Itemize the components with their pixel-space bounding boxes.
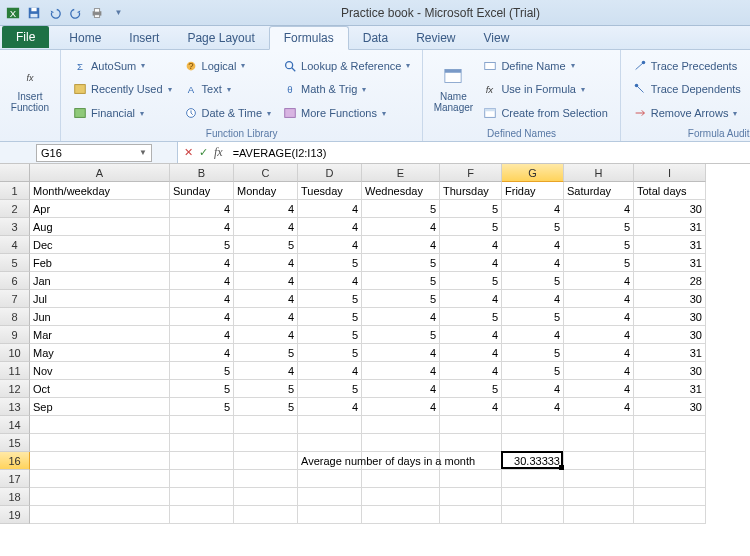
cell[interactable] xyxy=(440,488,502,506)
cell[interactable]: 30 xyxy=(634,290,706,308)
define-name-button[interactable]: Define Name▾ xyxy=(479,55,611,77)
cell[interactable]: 5 xyxy=(564,254,634,272)
cell[interactable]: Nov xyxy=(30,362,170,380)
cell[interactable]: Oct xyxy=(30,380,170,398)
column-header[interactable]: E xyxy=(362,164,440,182)
cell[interactable]: 4 xyxy=(298,218,362,236)
cell[interactable] xyxy=(234,434,298,452)
cell[interactable]: 5 xyxy=(170,236,234,254)
cell[interactable]: Jul xyxy=(30,290,170,308)
cell[interactable] xyxy=(170,470,234,488)
save-icon[interactable] xyxy=(25,4,43,22)
tab-file[interactable]: File xyxy=(2,26,49,48)
cell[interactable]: 30 xyxy=(634,398,706,416)
cell[interactable] xyxy=(564,452,634,470)
tab-view[interactable]: View xyxy=(470,27,524,49)
cell[interactable]: 5 xyxy=(502,218,564,236)
cell[interactable]: 4 xyxy=(298,236,362,254)
cell[interactable]: 5 xyxy=(362,290,440,308)
cell[interactable]: 5 xyxy=(362,272,440,290)
cell[interactable]: 4 xyxy=(234,254,298,272)
formula-input[interactable]: =AVERAGE(I2:I13) xyxy=(229,147,750,159)
row-header[interactable]: 14 xyxy=(0,416,30,434)
cell[interactable]: 5 xyxy=(502,344,564,362)
cell[interactable]: 4 xyxy=(502,398,564,416)
cell[interactable]: 31 xyxy=(634,218,706,236)
insert-function-button[interactable]: fx Insert Function xyxy=(6,52,54,124)
row-header[interactable]: 12 xyxy=(0,380,30,398)
cell[interactable] xyxy=(298,416,362,434)
cell[interactable]: 5 xyxy=(362,254,440,272)
cell[interactable] xyxy=(170,434,234,452)
cell[interactable]: 4 xyxy=(362,344,440,362)
cell[interactable] xyxy=(298,434,362,452)
cell[interactable] xyxy=(564,434,634,452)
cell[interactable]: 30 xyxy=(634,200,706,218)
cell[interactable] xyxy=(502,416,564,434)
print-icon[interactable] xyxy=(88,4,106,22)
cell[interactable] xyxy=(634,434,706,452)
cell[interactable]: 4 xyxy=(502,380,564,398)
name-box[interactable]: G16 ▼ xyxy=(36,144,152,162)
remove-arrows-button[interactable]: Remove Arrows▾ xyxy=(629,102,745,124)
cell[interactable]: 5 xyxy=(234,380,298,398)
tab-home[interactable]: Home xyxy=(55,27,115,49)
cell[interactable]: Mar xyxy=(30,326,170,344)
cell[interactable]: Apr xyxy=(30,200,170,218)
cell[interactable] xyxy=(564,488,634,506)
cell[interactable]: 4 xyxy=(440,236,502,254)
cell[interactable] xyxy=(502,470,564,488)
cell[interactable] xyxy=(634,470,706,488)
qat-customize-icon[interactable]: ▼ xyxy=(109,4,127,22)
cell[interactable] xyxy=(362,416,440,434)
cell[interactable]: 4 xyxy=(440,362,502,380)
cell[interactable]: 31 xyxy=(634,236,706,254)
more-functions-button[interactable]: More Functions▾ xyxy=(279,102,414,124)
cell[interactable] xyxy=(298,506,362,524)
cell[interactable]: Tuesday xyxy=(298,182,362,200)
cell[interactable] xyxy=(170,506,234,524)
cell[interactable]: 30 xyxy=(634,326,706,344)
row-header[interactable]: 6 xyxy=(0,272,30,290)
cancel-icon[interactable]: ✕ xyxy=(184,146,193,159)
trace-dependents-button[interactable]: Trace Dependents xyxy=(629,78,745,100)
cell[interactable]: 4 xyxy=(234,308,298,326)
cell[interactable] xyxy=(30,434,170,452)
cell[interactable] xyxy=(30,470,170,488)
cell[interactable]: 5 xyxy=(170,362,234,380)
cell[interactable]: Total days xyxy=(634,182,706,200)
cell[interactable]: 4 xyxy=(502,326,564,344)
cell[interactable] xyxy=(234,506,298,524)
cell[interactable]: 5 xyxy=(298,326,362,344)
cell[interactable]: Feb xyxy=(30,254,170,272)
cell[interactable]: 5 xyxy=(564,218,634,236)
cell[interactable]: Sunday xyxy=(170,182,234,200)
cell[interactable]: 4 xyxy=(298,362,362,380)
cell[interactable]: 5 xyxy=(440,218,502,236)
cell[interactable] xyxy=(170,416,234,434)
cell[interactable]: 4 xyxy=(170,308,234,326)
cell[interactable] xyxy=(362,488,440,506)
cell[interactable] xyxy=(502,434,564,452)
cell[interactable]: 5 xyxy=(298,380,362,398)
cell[interactable] xyxy=(362,434,440,452)
column-header[interactable]: A xyxy=(30,164,170,182)
math-trig-button[interactable]: θMath & Trig▾ xyxy=(279,78,414,100)
text-button[interactable]: AText▾ xyxy=(180,78,276,100)
cell[interactable]: 4 xyxy=(170,272,234,290)
cell[interactable] xyxy=(30,452,170,470)
cell[interactable]: 4 xyxy=(298,398,362,416)
cell[interactable]: 4 xyxy=(362,398,440,416)
tab-data[interactable]: Data xyxy=(349,27,402,49)
cell[interactable] xyxy=(564,506,634,524)
name-manager-button[interactable]: Name Manager xyxy=(429,52,477,124)
cell[interactable]: 4 xyxy=(564,380,634,398)
cell[interactable]: 4 xyxy=(564,398,634,416)
cell[interactable]: 5 xyxy=(234,236,298,254)
logical-button[interactable]: ?Logical▾ xyxy=(180,55,276,77)
cell[interactable]: 4 xyxy=(170,200,234,218)
cell[interactable]: 5 xyxy=(170,380,234,398)
cell[interactable]: 4 xyxy=(234,290,298,308)
redo-icon[interactable] xyxy=(67,4,85,22)
row-header[interactable]: 9 xyxy=(0,326,30,344)
